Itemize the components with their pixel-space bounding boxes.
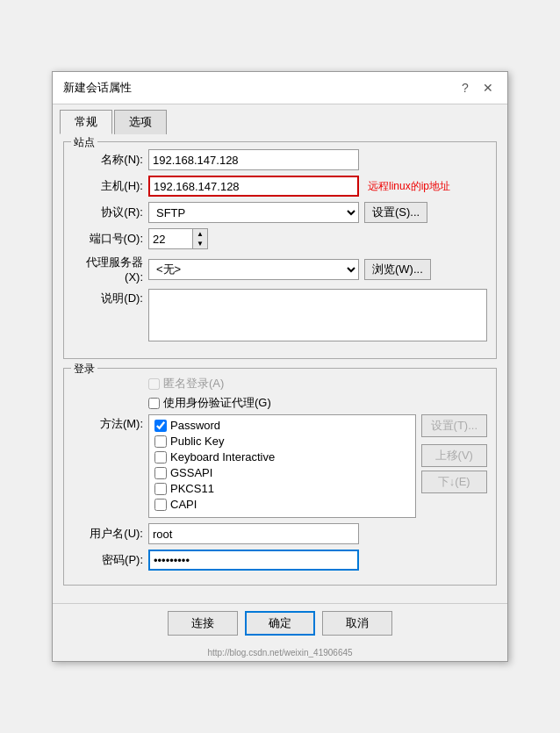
anonymous-checkbox[interactable] xyxy=(148,378,160,390)
method-gssapi-checkbox[interactable] xyxy=(154,467,167,479)
protocol-label: 协议(R): xyxy=(73,205,143,220)
password-input[interactable] xyxy=(148,550,359,571)
username-label: 用户名(U): xyxy=(73,526,143,542)
ok-button[interactable]: 确定 xyxy=(245,611,315,636)
port-spin-buttons: ▲ ▼ xyxy=(192,228,208,249)
anonymous-label: 匿名登录(A) xyxy=(163,376,224,392)
dialog: 新建会话属性 ? ✕ 常规 选项 站点 名称(N): 主机(H): xyxy=(52,71,508,662)
help-button[interactable]: ? xyxy=(456,79,474,97)
proxy-auth-label: 使用身份验证代理(G) xyxy=(163,395,271,411)
proxy-label: 代理服务器(X): xyxy=(73,255,143,284)
name-label: 名称(N): xyxy=(73,152,143,168)
proxy-select[interactable]: <无> xyxy=(148,259,359,280)
tab-general[interactable]: 常规 xyxy=(60,110,112,134)
port-label: 端口号(O): xyxy=(73,231,143,247)
dialog-title: 新建会话属性 xyxy=(63,80,132,96)
method-publickey-label: Public Key xyxy=(170,435,224,448)
method-pkcs11-checkbox[interactable] xyxy=(154,483,167,495)
connect-button[interactable]: 连接 xyxy=(168,611,238,636)
method-gssapi-label: GSSAPI xyxy=(170,466,212,479)
method-publickey-checkbox[interactable] xyxy=(154,435,167,448)
host-input[interactable] xyxy=(148,176,359,197)
method-capi-checkbox[interactable] xyxy=(154,499,167,511)
title-bar-controls: ? ✕ xyxy=(456,79,497,97)
description-row: 说明(D): xyxy=(73,289,487,344)
method-item-capi: CAPI xyxy=(154,498,410,511)
protocol-settings-button[interactable]: 设置(S)... xyxy=(364,202,427,223)
close-button[interactable]: ✕ xyxy=(479,79,497,97)
protocol-select[interactable]: SFTP FTP SCP xyxy=(148,202,359,223)
proxy-auth-checkbox[interactable] xyxy=(148,398,160,409)
footer: 连接 确定 取消 xyxy=(53,603,507,646)
method-up-button[interactable]: 上移(V) xyxy=(421,444,487,467)
port-input[interactable] xyxy=(148,228,192,249)
method-side-buttons: 设置(T)... 上移(V) 下↓(E) xyxy=(421,414,487,493)
method-password-label: Password xyxy=(170,419,220,432)
tab-options[interactable]: 选项 xyxy=(114,110,167,134)
method-down-button[interactable]: 下↓(E) xyxy=(421,471,487,493)
method-pkcs11-label: PKCS11 xyxy=(170,482,214,495)
method-settings-button[interactable]: 设置(T)... xyxy=(421,414,487,437)
method-row: 方法(M): Password Public Key Keyboard Inte… xyxy=(73,414,487,518)
content-area: 站点 名称(N): 主机(H): 远程linux的ip地址 协议(R): SFT… xyxy=(53,134,507,603)
site-section-title: 站点 xyxy=(71,135,97,150)
method-password-checkbox[interactable] xyxy=(154,420,167,432)
login-section: 登录 匿名登录(A) 使用身份验证代理(G) 方法(M): Password xyxy=(63,368,497,586)
method-label: 方法(M): xyxy=(73,414,143,432)
password-label: 密码(P): xyxy=(73,552,143,568)
description-label: 说明(D): xyxy=(73,289,143,306)
proxy-browse-button[interactable]: 浏览(W)... xyxy=(364,259,431,280)
name-input[interactable] xyxy=(148,149,359,170)
description-input[interactable] xyxy=(148,289,487,341)
name-row: 名称(N): xyxy=(73,149,487,170)
password-row: 密码(P): xyxy=(73,550,487,571)
login-section-title: 登录 xyxy=(71,362,97,377)
port-down-button[interactable]: ▼ xyxy=(193,239,207,248)
proxy-auth-row: 使用身份验证代理(G) xyxy=(73,395,487,411)
port-spinner: ▲ ▼ xyxy=(148,228,208,249)
host-label: 主机(H): xyxy=(73,178,143,194)
watermark: http://blog.csdn.net/weixin_41906645 xyxy=(53,646,507,661)
anonymous-row: 匿名登录(A) xyxy=(73,376,487,392)
method-item-pkcs11: PKCS11 xyxy=(154,482,410,495)
method-keyboard-label: Keyboard Interactive xyxy=(170,450,275,464)
site-section: 站点 名称(N): 主机(H): 远程linux的ip地址 协议(R): SFT… xyxy=(63,141,497,359)
method-capi-label: CAPI xyxy=(170,498,197,511)
host-row: 主机(H): 远程linux的ip地址 xyxy=(73,176,487,197)
username-input[interactable] xyxy=(148,523,359,544)
method-item-gssapi: GSSAPI xyxy=(154,466,410,479)
cancel-button[interactable]: 取消 xyxy=(322,611,392,636)
port-up-button[interactable]: ▲ xyxy=(193,229,207,239)
method-keyboard-checkbox[interactable] xyxy=(154,451,167,464)
method-item-password: Password xyxy=(154,419,410,432)
tab-bar: 常规 选项 xyxy=(53,104,507,134)
title-bar: 新建会话属性 ? ✕ xyxy=(53,72,507,104)
method-item-keyboard: Keyboard Interactive xyxy=(154,450,410,464)
proxy-row: 代理服务器(X): <无> 浏览(W)... xyxy=(73,255,487,284)
username-row: 用户名(U): xyxy=(73,523,487,544)
port-row: 端口号(O): ▲ ▼ xyxy=(73,228,487,249)
host-hint: 远程linux的ip地址 xyxy=(368,179,450,194)
protocol-row: 协议(R): SFTP FTP SCP 设置(S)... xyxy=(73,202,487,223)
method-item-publickey: Public Key xyxy=(154,435,410,448)
method-box: Password Public Key Keyboard Interactive… xyxy=(148,414,416,518)
